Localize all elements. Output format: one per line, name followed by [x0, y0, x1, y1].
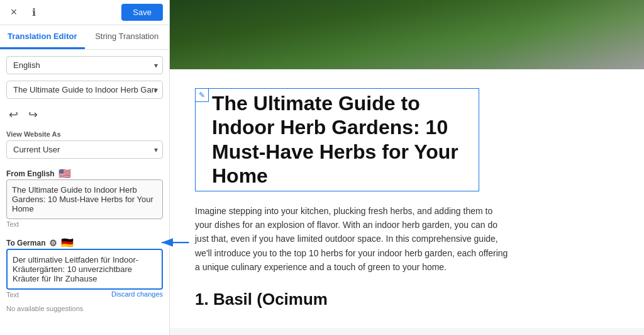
discard-link[interactable]: Discard changes — [111, 290, 163, 298]
left-panel: × ℹ Save Translation Editor String Trans… — [0, 0, 170, 335]
hero-image-overlay — [170, 0, 644, 69]
content-area: ✎ The Ultimate Guide to Indoor Herb Gard… — [170, 69, 644, 328]
view-as-select[interactable]: Current User Guest — [6, 140, 163, 159]
article-title-container: ✎ The Ultimate Guide to Indoor Herb Gard… — [195, 88, 479, 191]
close-button[interactable]: × — [6, 5, 21, 20]
nav-row: ↩ ↪ — [6, 105, 163, 124]
article-title: The Ultimate Guide to Indoor Herb Garden… — [212, 91, 476, 188]
section-heading: 1. Basil (Ocimum — [195, 290, 619, 309]
hero-image — [170, 0, 644, 69]
tab-string-translation[interactable]: String Translation — [85, 25, 170, 49]
tab-translation-editor[interactable]: Translation Editor — [0, 25, 85, 49]
blue-arrow-indicator — [156, 236, 194, 249]
back-button[interactable]: ↩ — [6, 106, 21, 123]
to-label-text: To German — [6, 239, 45, 247]
tabs-container: Translation Editor String Translation — [0, 25, 169, 50]
string-select[interactable]: The Ultimate Guide to Indoor Herb Garden… — [6, 81, 163, 99]
to-flag: 🇩🇪 — [61, 237, 74, 249]
source-text-box: The Ultimate Guide to Indoor Herb Garden… — [6, 179, 163, 219]
from-flag: 🇺🇸 — [58, 168, 71, 179]
language-dropdown-row: English German French ▾ — [6, 56, 163, 74]
panel-body: English German French ▾ The Ultimate Gui… — [0, 50, 169, 335]
forward-button[interactable]: ↪ — [26, 106, 40, 123]
to-label: To German ⚙ 🇩🇪 — [6, 237, 163, 249]
view-as-dropdown-row: Current User Guest ▾ — [6, 140, 163, 159]
right-panel: ✎ The Ultimate Guide to Indoor Herb Gard… — [170, 0, 644, 335]
article-body: Imagine stepping into your kitchen, pluc… — [195, 204, 509, 275]
to-section: To German ⚙ 🇩🇪 Der ultimative Leitfaden … — [6, 234, 163, 298]
suggestions-label: No available suggestions — [6, 305, 163, 312]
discard-row: Text Discard changes — [6, 290, 163, 298]
ai-settings-icon[interactable]: ⚙ — [49, 238, 57, 248]
top-bar: × ℹ Save — [0, 0, 169, 25]
from-section: From English 🇺🇸 The Ultimate Guide to In… — [6, 165, 163, 228]
info-button[interactable]: ℹ — [26, 5, 42, 20]
from-text-type: Text — [6, 220, 163, 228]
language-select[interactable]: English German French — [6, 56, 163, 74]
view-as-label: View Website As — [6, 130, 163, 138]
save-button[interactable]: Save — [121, 4, 163, 21]
target-text-box[interactable]: Der ultimative Leitfaden für Indoor-Kräu… — [6, 249, 163, 290]
edit-icon-badge[interactable]: ✎ — [195, 88, 209, 102]
view-as-section: View Website As Current User Guest ▾ — [6, 130, 163, 159]
from-label-text: From English — [6, 169, 55, 178]
string-dropdown-row: The Ultimate Guide to Indoor Herb Garden… — [6, 81, 163, 99]
to-text-type: Text — [6, 291, 19, 298]
from-label: From English 🇺🇸 — [6, 168, 163, 179]
